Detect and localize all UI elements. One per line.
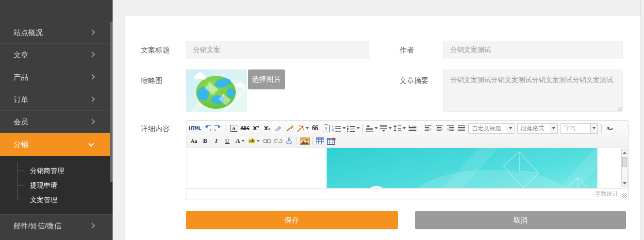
sidebar-item-label: 订单	[14, 95, 28, 103]
sidebar-item-articles[interactable]: 文章	[0, 44, 113, 66]
html-source-icon[interactable]: HTML	[189, 123, 201, 134]
sidebar-scrollbar[interactable]	[110, 22, 113, 182]
align-left-icon[interactable]	[423, 123, 433, 134]
unlink-icon[interactable]	[273, 136, 283, 146]
strikethrough-icon[interactable]: ABC	[240, 123, 250, 134]
align-right-icon[interactable]	[445, 123, 455, 134]
font-size-select[interactable]: 字号	[561, 123, 598, 134]
dropdown-caret	[552, 127, 555, 129]
superscript-icon[interactable]: X²	[251, 123, 261, 134]
autotypeset-icon[interactable]	[296, 123, 309, 134]
title-input[interactable]	[186, 41, 369, 59]
insert-table-icon[interactable]	[315, 136, 325, 146]
editor-scrollbar[interactable]	[621, 149, 627, 187]
editor-status-bar: 字数统计	[186, 188, 628, 200]
chevron-right-icon	[89, 96, 95, 102]
summary-label: 文章摘要	[399, 76, 429, 86]
sidebar-item-distribution[interactable]: 分销	[0, 133, 113, 156]
to-uppercase-icon[interactable]: Aa	[604, 123, 614, 134]
unordered-list-icon[interactable]	[347, 123, 360, 134]
indent-icon[interactable]	[407, 123, 417, 134]
toolbar-row-1: HTML A ABC X² X₂	[188, 122, 626, 135]
highlight-color-icon[interactable]: ab	[248, 136, 261, 146]
toolbar-separator	[312, 137, 313, 145]
chevron-right-icon	[89, 74, 95, 79]
toolbar-row-2: Aa B I U A ab	[188, 135, 626, 147]
toolbar-separator	[362, 124, 363, 133]
blockquote-icon[interactable]: 66	[310, 123, 320, 134]
title-label: 文案标题	[141, 41, 170, 59]
sidebar-item-site-overview[interactable]: 站点概况	[0, 21, 113, 44]
paragraph-format-select[interactable]: 段落格式	[517, 123, 558, 134]
word-count-label[interactable]: 字数统计	[595, 190, 618, 198]
to-lowercase-icon[interactable]: Aa	[189, 136, 199, 146]
sidebar-item-products[interactable]: 产品	[0, 66, 113, 88]
scroll-down-arrow[interactable]	[623, 182, 627, 185]
chevron-right-icon	[89, 223, 95, 228]
sidebar-header	[0, 0, 113, 21]
link-icon[interactable]	[262, 136, 272, 146]
chevron-down-icon	[88, 141, 94, 146]
chevron-right-icon	[89, 119, 95, 124]
sidebar-item-label: 文章	[14, 51, 28, 59]
chevron-right-icon	[89, 51, 95, 57]
redo-icon[interactable]	[213, 123, 223, 134]
submenu-item-withdrawal-request[interactable]: 提现申请	[0, 178, 113, 192]
editor-toolbar: HTML A ABC X² X₂	[186, 121, 628, 148]
svg-text:3: 3	[332, 130, 334, 132]
subscript-icon[interactable]: X₂	[262, 123, 272, 134]
dropdown-caret	[343, 127, 346, 129]
dropdown-caret	[306, 127, 309, 129]
paragraph-spacing-before-icon[interactable]	[365, 123, 378, 134]
sidebar-item-label: 会员	[14, 118, 28, 126]
scroll-up-arrow[interactable]	[623, 152, 627, 154]
scroll-thumb[interactable]	[622, 157, 627, 167]
sidebar-item-mail-sms-wechat[interactable]: 邮件/短信/微信	[0, 215, 113, 237]
summary-textarea[interactable]: 分销文案测试分销文案测试分销文案测试分销文案测试	[443, 69, 623, 112]
dropdown-caret	[375, 127, 378, 129]
italic-icon[interactable]: I	[211, 136, 221, 146]
delete-table-icon[interactable]	[326, 136, 336, 146]
paste-plain-icon[interactable]: T	[321, 123, 331, 134]
author-label: 作者	[399, 41, 414, 59]
dropdown-caret	[357, 127, 360, 129]
sidebar-item-members[interactable]: 会员	[0, 111, 113, 133]
submenu-item-copy-management[interactable]: 文案管理	[0, 192, 113, 207]
format-brush-icon[interactable]	[284, 123, 295, 134]
sidebar-item-label: 分销	[14, 140, 28, 148]
rich-text-editor: HTML A ABC X² X₂	[186, 120, 628, 200]
dropdown-caret	[389, 127, 392, 129]
submenu-item-distributor-management[interactable]: 分销商管理	[0, 163, 113, 178]
textarea-resize-grip[interactable]	[617, 107, 622, 111]
align-center-icon[interactable]	[434, 123, 444, 134]
content-banner-image	[327, 148, 597, 188]
custom-title-select[interactable]: 自定义标题	[468, 123, 514, 134]
underline-icon[interactable]: U	[222, 136, 232, 146]
paragraph-spacing-after-icon[interactable]	[379, 123, 392, 134]
toolbar-separator	[601, 124, 602, 133]
line-height-icon[interactable]	[393, 123, 406, 134]
anchor-icon[interactable]	[284, 136, 294, 146]
undo-icon[interactable]	[202, 123, 212, 134]
author-input[interactable]	[443, 41, 623, 59]
cancel-button[interactable]: 取消	[415, 211, 626, 229]
sidebar-item-label: 站点概况	[14, 28, 43, 36]
content-label: 详细内容	[141, 124, 170, 134]
editor-resize-grip[interactable]	[622, 193, 627, 198]
eraser-icon[interactable]	[273, 123, 283, 134]
thumbnail-label: 缩略图	[141, 76, 163, 86]
bordered-a-icon[interactable]: A	[229, 123, 239, 134]
save-button[interactable]: 保存	[186, 211, 398, 229]
insert-image-icon[interactable]	[299, 136, 310, 146]
chevron-right-icon	[89, 29, 95, 34]
bold-icon[interactable]: B	[200, 136, 210, 146]
ordered-list-icon[interactable]: 123	[332, 123, 346, 134]
align-justify-icon[interactable]	[456, 123, 466, 134]
sidebar-item-orders[interactable]: 订单	[0, 88, 113, 111]
editor-content-area[interactable]	[186, 148, 628, 188]
dropdown-caret	[509, 127, 512, 129]
choose-image-button[interactable]: 选择图片	[248, 69, 285, 89]
thumbnail-image	[186, 69, 247, 112]
font-color-icon[interactable]: A	[233, 136, 247, 146]
dropdown-caret	[242, 140, 245, 142]
